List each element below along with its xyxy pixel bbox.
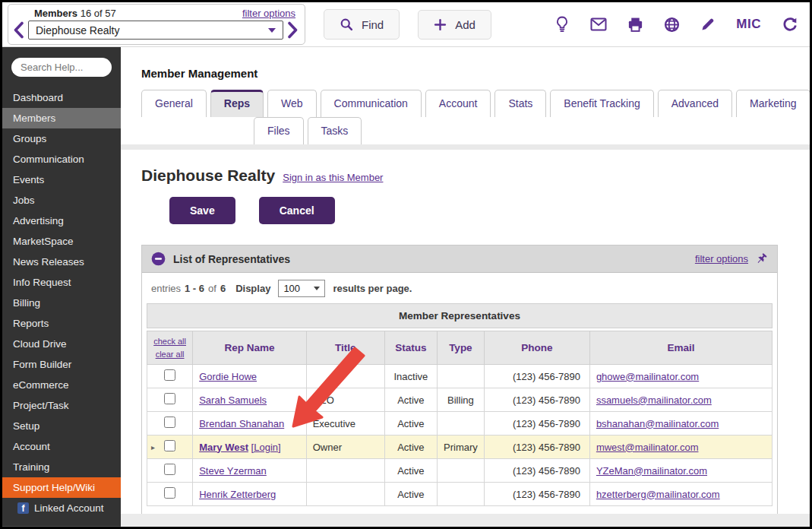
panel-header-bar: List of Representatives filter options: [142, 245, 777, 273]
find-button[interactable]: Find: [324, 9, 400, 40]
sidebar-item-dashboard[interactable]: Dashboard: [2, 87, 121, 108]
sidebar-item-setup[interactable]: Setup: [2, 416, 121, 436]
rep-name-link[interactable]: Henrik Zetterberg: [199, 489, 276, 500]
table-caption: Member Representatives: [147, 303, 773, 328]
tab-reps[interactable]: Reps: [210, 90, 264, 117]
rep-email-link[interactable]: bshanahan@mailinator.com: [596, 418, 719, 429]
tab-strip-row1: General Reps Web Communication Account S…: [141, 90, 810, 117]
table-header-row: check all clear all Rep Name Title Statu…: [147, 331, 773, 365]
tab-benefit-tracking[interactable]: Benefit Tracking: [550, 90, 653, 117]
rep-name-link[interactable]: Steve Yzerman: [199, 465, 267, 477]
tab-communication[interactable]: Communication: [321, 90, 422, 117]
member-navigator: Members 16 of 57 filter options Diephous…: [8, 4, 305, 45]
tab-tasks[interactable]: Tasks: [308, 117, 362, 144]
members-count: 16 of 57: [81, 8, 116, 19]
globe-icon[interactable]: [664, 17, 680, 33]
search-help-input[interactable]: [11, 58, 112, 77]
sidebar-item-linked-account[interactable]: f Linked Account: [2, 498, 121, 518]
refresh-icon[interactable]: [782, 17, 798, 33]
rep-phone: (123) 456-7890: [484, 365, 589, 388]
entries-total: 6: [220, 283, 226, 294]
previous-member-chevron[interactable]: [13, 21, 24, 39]
panel-filter-options-link[interactable]: filter options: [695, 253, 748, 264]
clear-all-link[interactable]: clear all: [156, 350, 185, 359]
row-checkbox[interactable]: [164, 487, 175, 499]
member-name-heading: Diephouse Realty: [141, 166, 275, 185]
select-caret-icon: [314, 287, 320, 290]
rep-name-link[interactable]: Gordie Howe: [199, 371, 257, 382]
rep-email-link[interactable]: hzetterberg@mailinator.com: [596, 489, 720, 500]
rep-email-link[interactable]: YZeMan@mailinator.com: [596, 465, 707, 477]
sidebar-item-news-releases[interactable]: News Releases: [2, 252, 121, 272]
printer-icon[interactable]: [627, 17, 643, 33]
rep-email-link[interactable]: ssamuels@mailinator.com: [596, 394, 712, 406]
rep-status: Active: [384, 412, 437, 436]
sidebar-item-marketspace[interactable]: MarketSpace: [2, 231, 121, 252]
cancel-button[interactable]: Cancel: [259, 197, 335, 224]
sidebar-item-training[interactable]: Training: [2, 457, 121, 477]
tab-web[interactable]: Web: [267, 90, 317, 117]
top-bar: Members 16 of 57 filter options Diephous…: [2, 2, 810, 47]
rep-email-link[interactable]: ghowe@mailinator.com: [596, 371, 699, 382]
rep-email-link[interactable]: mwest@mailinator.com: [596, 442, 699, 453]
pencil-icon[interactable]: [700, 17, 716, 32]
lightbulb-icon[interactable]: [554, 16, 570, 33]
rep-login-link[interactable]: [Login]: [251, 442, 281, 453]
sidebar-item-advertising[interactable]: Advertising: [2, 211, 121, 231]
rep-type: [438, 459, 485, 483]
pin-icon[interactable]: [755, 252, 768, 265]
add-button[interactable]: Add: [418, 10, 491, 40]
collapse-icon[interactable]: [151, 252, 166, 266]
tab-general[interactable]: General: [141, 90, 207, 117]
sidebar-item-reports[interactable]: Reports: [2, 313, 121, 334]
row-expander-icon[interactable]: ▸: [151, 443, 155, 451]
row-checkbox[interactable]: [164, 440, 175, 451]
sidebar-item-info-request[interactable]: Info Request: [2, 272, 121, 293]
sidebar-item-billing[interactable]: Billing: [2, 293, 121, 313]
sidebar-item-communication[interactable]: Communication: [2, 149, 121, 169]
list-of-representatives-panel: List of Representatives filter options e…: [141, 245, 778, 527]
linked-account-label: Linked Account: [34, 502, 104, 514]
mic-brand-label[interactable]: MIC: [736, 17, 761, 32]
row-checkbox[interactable]: [164, 393, 175, 404]
tab-advanced[interactable]: Advanced: [658, 90, 732, 117]
sidebar-item-groups[interactable]: Groups: [2, 128, 121, 149]
sidebar-item-form-builder[interactable]: Form Builder: [2, 354, 121, 375]
top-icon-group: MIC: [554, 16, 798, 33]
rep-name-link[interactable]: Sarah Samuels: [199, 394, 267, 406]
envelope-icon[interactable]: [590, 17, 607, 31]
rep-type: [438, 365, 485, 388]
tab-files[interactable]: Files: [254, 117, 304, 144]
top-filter-options-link[interactable]: filter options: [242, 8, 295, 19]
sidebar-item-ecommerce[interactable]: eCommerce: [2, 375, 121, 395]
row-checkbox[interactable]: [164, 417, 175, 428]
sidebar-item-jobs[interactable]: Jobs: [2, 190, 121, 211]
tab-stats[interactable]: Stats: [494, 90, 546, 117]
sidebar-item-events[interactable]: Events: [2, 169, 121, 190]
sidebar-item-account[interactable]: Account: [2, 436, 121, 457]
rep-type: [438, 412, 485, 436]
tab-marketing[interactable]: Marketing: [736, 90, 810, 117]
save-button[interactable]: Save: [169, 197, 235, 224]
per-page-select[interactable]: 100: [278, 280, 325, 297]
entries-range: 1 - 6: [185, 283, 204, 294]
tab-account[interactable]: Account: [425, 90, 491, 117]
member-select[interactable]: Diephouse Realty: [28, 21, 283, 40]
row-checkbox[interactable]: [164, 464, 175, 475]
sidebar-item-support-help-wiki[interactable]: Support Help/Wiki: [2, 477, 121, 498]
next-member-chevron[interactable]: [287, 21, 299, 39]
sidebar-item-project-task[interactable]: Project/Task: [2, 395, 121, 416]
sign-in-as-member-link[interactable]: Sign in as this Member: [283, 172, 383, 183]
rep-name-link[interactable]: Mary West: [199, 442, 248, 453]
row-checkbox[interactable]: [164, 369, 175, 381]
check-all-link[interactable]: check all: [153, 337, 186, 346]
col-header-type: Type: [438, 331, 485, 365]
rep-phone: (123) 456-7890: [484, 388, 589, 412]
table-row: Sarah Samuels CEO Active Billing (123) 4…: [147, 388, 773, 412]
sidebar-item-cloud-drive[interactable]: Cloud Drive: [2, 334, 121, 354]
sidebar-item-members[interactable]: Members: [2, 108, 121, 128]
chevron-right-icon: [287, 21, 299, 39]
plus-icon: [434, 18, 447, 31]
rep-name-link[interactable]: Brendan Shanahan: [199, 418, 284, 429]
display-label: Display: [235, 283, 270, 294]
